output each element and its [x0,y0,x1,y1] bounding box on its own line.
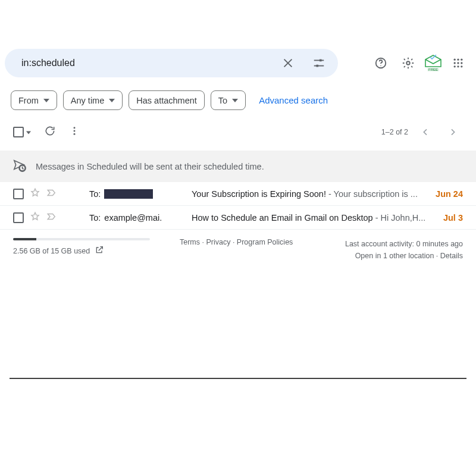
svg-point-14 [454,62,456,64]
select-all-checkbox[interactable] [13,127,24,137]
footer-links: Terms · Privacy · Program Policies [180,238,293,262]
page-count: 1–2 of 2 [381,128,408,136]
svg-point-12 [457,59,459,61]
message-row[interactable]: To: example@mai. How to Schedule an Emai… [0,206,476,230]
storage-block: 2.56 GB of 15 GB used [13,238,156,262]
open-external-icon[interactable] [95,245,104,256]
banner-text: Messages in Scheduled will be sent at th… [36,162,264,171]
search-bar[interactable] [5,49,338,77]
privacy-link[interactable]: Privacy [206,238,230,246]
svg-point-22 [74,133,76,135]
select-all-caret[interactable] [26,127,31,137]
svg-point-16 [461,62,462,64]
row-subject: Your Subscription is Expiring Soon! - Yo… [192,189,424,199]
terms-link[interactable]: Terms [180,238,200,246]
free-badge-label: FREE [427,68,439,71]
storage-bar [13,238,150,240]
svg-point-21 [74,130,76,132]
open-other-location-link[interactable]: Open in 1 other location [355,252,434,260]
chip-label: To [218,96,227,105]
policies-link[interactable]: Program Policies [237,238,293,246]
header: FREE [0,49,476,82]
gear-icon[interactable] [396,51,420,75]
chip-label: Has attachment [136,96,197,105]
row-recipient: To: example@mai. [89,213,184,223]
more-icon[interactable] [69,126,80,139]
chip-label: From [18,96,39,105]
chip-has-attachment[interactable]: Has attachment [129,90,205,110]
scheduled-banner: Messages in Scheduled will be sent at th… [0,151,476,182]
row-checkbox[interactable] [13,189,24,199]
svg-point-18 [457,65,459,67]
row-snippet: - Hi John,H... [373,213,426,223]
schedule-send-icon [13,159,26,174]
search-options-icon[interactable] [307,51,331,75]
refresh-icon[interactable] [44,125,56,139]
star-icon[interactable] [30,211,40,224]
prev-page-button[interactable] [415,122,436,142]
svg-point-9 [380,65,381,66]
advanced-search-link[interactable]: Advanced search [259,95,328,105]
svg-point-20 [74,127,76,129]
svg-point-13 [461,59,462,61]
help-icon[interactable] [369,51,393,75]
svg-point-17 [454,65,456,67]
list-toolbar: 1–2 of 2 [0,110,476,151]
last-activity: Last account activity: 0 minutes ago [345,238,463,250]
row-date: Jul 3 [443,213,463,223]
storage-text: 2.56 GB of 15 GB used [13,247,90,255]
svg-point-10 [406,61,410,65]
footer: 2.56 GB of 15 GB used Terms · Privacy · … [0,230,476,270]
svg-point-15 [457,62,459,64]
message-list: To: Your Subscription is Expiring Soon! … [0,182,476,230]
star-icon[interactable] [30,187,40,200]
label-important-icon[interactable] [46,187,57,200]
details-link[interactable]: Details [440,252,463,260]
row-subject: How to Schedule an Email in Gmail on Des… [192,213,431,223]
chip-from[interactable]: From [11,90,57,110]
svg-rect-5 [320,60,322,62]
select-all[interactable] [13,127,31,137]
label-important-icon[interactable] [46,211,57,224]
row-checkbox[interactable] [13,212,24,223]
filter-chips: From Any time Has attachment To Advanced… [0,82,476,110]
message-row[interactable]: To: Your Subscription is Expiring Soon! … [0,182,476,206]
chip-label: Any time [71,96,104,105]
row-recipient: To: [89,189,184,199]
apps-icon[interactable] [446,51,470,75]
row-snippet: - Your subscription is ... [326,189,418,199]
svg-point-11 [454,59,456,61]
clear-search-button[interactable] [276,51,300,75]
next-page-button[interactable] [443,122,463,142]
search-input[interactable] [20,57,269,69]
svg-point-19 [461,65,462,67]
svg-rect-7 [316,65,318,67]
row-date: Jun 24 [436,189,463,199]
free-badge-icon[interactable]: FREE [424,55,443,71]
chip-any-time[interactable]: Any time [63,90,123,110]
chip-to[interactable]: To [211,90,246,110]
redacted-text [104,189,153,199]
divider [10,378,466,379]
